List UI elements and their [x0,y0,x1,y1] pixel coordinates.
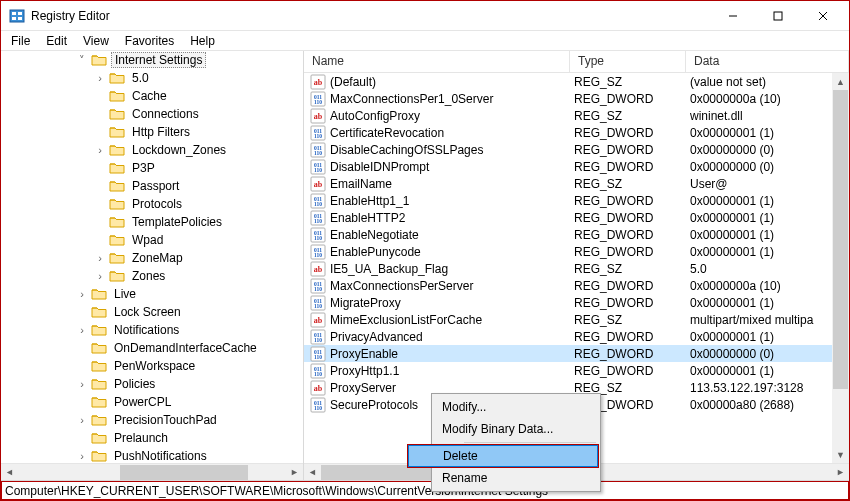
chevron-right-icon[interactable]: › [73,378,91,390]
tree-item[interactable]: ›Lockdown_Zones [1,141,303,159]
list-row[interactable]: 011110EnableHttp1_1REG_DWORD0x00000001 (… [304,192,849,209]
context-menu-item[interactable]: Rename [408,467,598,489]
tree-label[interactable]: Policies [111,377,158,391]
tree-item[interactable]: ˅Internet Settings [1,51,303,69]
tree-item[interactable]: TemplatePolicies [1,213,303,231]
context-menu-item[interactable]: Delete [408,445,598,467]
tree-item[interactable]: Lock Screen [1,303,303,321]
chevron-right-icon[interactable]: › [73,450,91,462]
chevron-right-icon[interactable]: › [91,144,109,156]
tree-label[interactable]: Protocols [129,197,185,211]
menu-favorites[interactable]: Favorites [117,32,182,50]
tree-label[interactable]: Notifications [111,323,182,337]
tree-label[interactable]: Http Filters [129,125,193,139]
list-row[interactable]: 011110MaxConnectionsPer1_0ServerREG_DWOR… [304,90,849,107]
tree-label[interactable]: PowerCPL [111,395,174,409]
svg-text:110: 110 [314,150,322,156]
scroll-right-icon[interactable]: ► [286,464,303,481]
scroll-right-icon[interactable]: ► [832,464,849,481]
tree-item[interactable]: PenWorkspace [1,357,303,375]
tree-item[interactable]: Protocols [1,195,303,213]
chevron-down-icon[interactable]: ˅ [73,54,91,67]
tree-label[interactable]: Zones [129,269,168,283]
list-row[interactable]: abIE5_UA_Backup_FlagREG_SZ5.0 [304,260,849,277]
chevron-right-icon[interactable]: › [91,72,109,84]
list-row[interactable]: 011110EnablePunycodeREG_DWORD0x00000001 … [304,243,849,260]
tree-label[interactable]: OnDemandInterfaceCache [111,341,260,355]
list-row[interactable]: abEmailNameREG_SZUser@ [304,175,849,192]
menu-file[interactable]: File [3,32,38,50]
tree-label[interactable]: Wpad [129,233,166,247]
tree-label[interactable]: ZoneMap [129,251,186,265]
context-menu-item[interactable]: Modify Binary Data... [408,418,598,440]
list-vscrollbar[interactable]: ▲ ▼ [832,73,849,463]
tree-item[interactable]: ›5.0 [1,69,303,87]
tree-label[interactable]: Internet Settings [111,52,206,68]
tree-hscrollbar[interactable]: ◄ ► [1,463,303,480]
col-header-type[interactable]: Type [570,51,686,72]
scroll-left-icon[interactable]: ◄ [1,464,18,481]
tree-item[interactable]: PowerCPL [1,393,303,411]
close-button[interactable] [800,1,845,30]
tree-item[interactable]: Wpad [1,231,303,249]
tree-label[interactable]: P3P [129,161,158,175]
tree-item[interactable]: ›PrecisionTouchPad [1,411,303,429]
tree-label[interactable]: PushNotifications [111,449,210,463]
chevron-right-icon[interactable]: › [73,288,91,300]
list-row[interactable]: abMimeExclusionListForCacheREG_SZmultipa… [304,311,849,328]
list-row[interactable]: 011110DisableIDNPromptREG_DWORD0x0000000… [304,158,849,175]
tree-item[interactable]: OnDemandInterfaceCache [1,339,303,357]
scroll-left-icon[interactable]: ◄ [304,464,321,481]
tree-label[interactable]: PenWorkspace [111,359,198,373]
list-row[interactable]: ab(Default)REG_SZ(value not set) [304,73,849,90]
menu-edit[interactable]: Edit [38,32,75,50]
list-row[interactable]: abAutoConfigProxyREG_SZwininet.dll [304,107,849,124]
tree-item[interactable]: ›PushNotifications [1,447,303,463]
col-header-data[interactable]: Data [686,51,849,72]
list-row[interactable]: 011110CertificateRevocationREG_DWORD0x00… [304,124,849,141]
chevron-right-icon[interactable]: › [73,324,91,336]
list-row[interactable]: 011110PrivacyAdvancedREG_DWORD0x00000001… [304,328,849,345]
menu-view[interactable]: View [75,32,117,50]
tree-item[interactable]: ›Notifications [1,321,303,339]
scroll-up-icon[interactable]: ▲ [832,73,849,90]
tree-label[interactable]: Cache [129,89,170,103]
context-menu-item[interactable]: Modify... [408,396,598,418]
tree-item[interactable]: Connections [1,105,303,123]
tree-body[interactable]: ˅Internet Settings›5.0CacheConnectionsHt… [1,51,303,463]
tree-label[interactable]: TemplatePolicies [129,215,225,229]
tree-label[interactable]: PrecisionTouchPad [111,413,220,427]
minimize-button[interactable] [710,1,755,30]
tree-item[interactable]: ›Live [1,285,303,303]
tree-item[interactable]: Cache [1,87,303,105]
chevron-right-icon[interactable]: › [73,414,91,426]
col-header-name[interactable]: Name [304,51,570,72]
tree-item[interactable]: Prelaunch [1,429,303,447]
list-row[interactable]: 011110EnableHTTP2REG_DWORD0x00000001 (1) [304,209,849,226]
tree-item[interactable]: ›Zones [1,267,303,285]
list-row[interactable]: 011110ProxyEnableREG_DWORD0x00000000 (0) [304,345,849,362]
tree-label[interactable]: Lock Screen [111,305,184,319]
tree-label[interactable]: Lockdown_Zones [129,143,229,157]
maximize-button[interactable] [755,1,800,30]
menubar: File Edit View Favorites Help [1,31,849,51]
list-row[interactable]: 011110MaxConnectionsPerServerREG_DWORD0x… [304,277,849,294]
tree-label[interactable]: Prelaunch [111,431,171,445]
tree-label[interactable]: 5.0 [129,71,152,85]
tree-label[interactable]: Passport [129,179,182,193]
chevron-right-icon[interactable]: › [91,252,109,264]
tree-item[interactable]: ›Policies [1,375,303,393]
list-row[interactable]: 011110DisableCachingOfSSLPagesREG_DWORD0… [304,141,849,158]
chevron-right-icon[interactable]: › [91,270,109,282]
tree-item[interactable]: P3P [1,159,303,177]
menu-help[interactable]: Help [182,32,223,50]
list-row[interactable]: 011110MigrateProxyREG_DWORD0x00000001 (1… [304,294,849,311]
tree-item[interactable]: Http Filters [1,123,303,141]
tree-label[interactable]: Connections [129,107,202,121]
tree-item[interactable]: ›ZoneMap [1,249,303,267]
tree-item[interactable]: Passport [1,177,303,195]
scroll-down-icon[interactable]: ▼ [832,446,849,463]
list-row[interactable]: 011110EnableNegotiateREG_DWORD0x00000001… [304,226,849,243]
tree-label[interactable]: Live [111,287,139,301]
list-row[interactable]: 011110ProxyHttp1.1REG_DWORD0x00000001 (1… [304,362,849,379]
